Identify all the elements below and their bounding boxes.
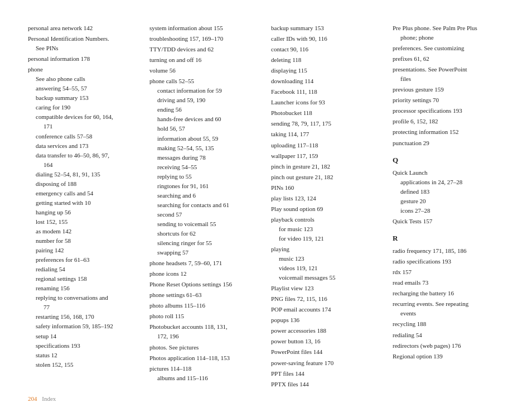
index-entry: popups 136 bbox=[271, 315, 383, 325]
index-entry: radio frequency 171, 185, 186 bbox=[393, 246, 504, 256]
index-entry: photo roll 115 bbox=[149, 312, 261, 321]
index-entry: icons 27–28 bbox=[393, 206, 504, 215]
index-entry: phone settings 61–63 bbox=[149, 290, 261, 300]
index-entry: deleting 118 bbox=[271, 55, 383, 65]
index-entry: power button 13, 16 bbox=[271, 337, 383, 346]
index-entry: events bbox=[393, 309, 504, 318]
column-4: Pre Plus phone. See Palm Pre Plusphone; … bbox=[393, 22, 504, 389]
index-entry: data transfer to 46–50, 86, 97, bbox=[28, 151, 139, 160]
index-entry: presentations. See PowerPoint bbox=[393, 65, 504, 74]
index-entry: PNG files 72, 115, 116 bbox=[271, 294, 383, 304]
index-entry: PPT files 144 bbox=[271, 369, 383, 379]
index-entry: lost 152, 155 bbox=[28, 217, 139, 227]
index-entry: volume 56 bbox=[149, 66, 261, 75]
index-entry: getting started with 10 bbox=[28, 198, 139, 208]
index-entry: ending 56 bbox=[149, 105, 261, 114]
index-entry: redialing 54 bbox=[393, 330, 504, 340]
index-entry: shortcuts for 62 bbox=[149, 229, 261, 238]
page-number: 204 bbox=[28, 395, 37, 402]
index-entry: Photobucket accounts 118, 131, bbox=[149, 322, 261, 332]
index-entry: as modem 142 bbox=[28, 227, 139, 236]
index-entry: PowerPoint files 144 bbox=[271, 347, 383, 357]
index-entry: turning on and off 16 bbox=[149, 55, 261, 65]
index-entry: personal area network 142 bbox=[28, 23, 139, 33]
index-entry: phone; phone bbox=[393, 33, 504, 42]
index-entry: 171 bbox=[28, 122, 139, 131]
index-entry: number for 58 bbox=[28, 236, 139, 246]
index-entry: stolen 152, 155 bbox=[28, 360, 139, 370]
index-entry: swapping 57 bbox=[149, 248, 261, 257]
index-entry: pinch in gesture 21, 182 bbox=[271, 162, 383, 171]
index-entry: Playlist view 123 bbox=[271, 284, 383, 293]
index-entry: recurring events. See repeating bbox=[393, 299, 504, 309]
index-entry: Personal Identification Numbers. bbox=[28, 34, 139, 44]
index-entry: Photos application 114–118, 153 bbox=[149, 353, 261, 363]
index-entry: Pre Plus phone. See Palm Pre Plus bbox=[393, 23, 504, 33]
index-entry: 164 bbox=[28, 160, 139, 170]
index-entry: pairing 142 bbox=[28, 246, 139, 255]
index-entry: redialing 54 bbox=[28, 265, 139, 274]
index-entry: TTY/TDD devices and 62 bbox=[149, 45, 261, 54]
index-entry: Launcher icons for 93 bbox=[271, 98, 383, 107]
index-entry: conference calls 57–58 bbox=[28, 132, 139, 141]
column-2: system information about 155troubleshoot… bbox=[149, 22, 261, 389]
index-entry: caring for 190 bbox=[28, 103, 139, 112]
index-entry: uploading 117–118 bbox=[271, 141, 383, 150]
index-entry: replying to 55 bbox=[149, 172, 261, 181]
column-3: backup summary 153caller IDs with 90, 11… bbox=[271, 22, 383, 389]
index-entry: downloading 114 bbox=[271, 76, 383, 86]
index-entry: phone icons 12 bbox=[149, 269, 261, 279]
index-entry: phone bbox=[28, 65, 139, 74]
index-entry: Photobucket 118 bbox=[271, 108, 383, 118]
index-entry: play lists 123, 124 bbox=[271, 194, 383, 203]
index-entry: backup summary 153 bbox=[28, 93, 139, 103]
index-entry: priority settings 70 bbox=[393, 95, 504, 105]
index-entry: emergency calls and 54 bbox=[28, 189, 139, 198]
index-entry: taking 114, 177 bbox=[271, 130, 383, 139]
index-columns: personal area network 142Personal Identi… bbox=[28, 22, 504, 389]
index-entry: data services and 173 bbox=[28, 141, 139, 151]
index-entry: wallpaper 117, 159 bbox=[271, 151, 383, 161]
index-entry: R bbox=[393, 233, 504, 244]
index-entry: voicemail messages 55 bbox=[271, 273, 383, 282]
index-entry: driving and 59, 190 bbox=[149, 95, 261, 105]
index-entry: phone headsets 7, 59–60, 171 bbox=[149, 258, 261, 268]
index-entry: backup summary 153 bbox=[271, 23, 383, 33]
index-entry: disposing of 188 bbox=[28, 179, 139, 189]
index-entry: PPTX files 144 bbox=[271, 380, 383, 389]
index-entry: power accessories 188 bbox=[271, 326, 383, 336]
index-entry: dialing 52–54, 81, 91, 135 bbox=[28, 170, 139, 179]
index-entry: second 57 bbox=[149, 210, 261, 219]
index-entry: prefixes 61, 62 bbox=[393, 54, 504, 64]
index-entry: playing bbox=[271, 245, 383, 254]
index-entry: information about 55, 59 bbox=[149, 134, 261, 143]
index-entry: Play sound option 69 bbox=[271, 204, 383, 214]
index-entry: radio specifications 193 bbox=[393, 257, 504, 266]
footer: 204 Index bbox=[28, 395, 56, 402]
index-entry: Regional option 139 bbox=[393, 352, 504, 361]
column-1: personal area network 142Personal Identi… bbox=[28, 22, 139, 389]
index-entry: profile 6, 152, 182 bbox=[393, 117, 504, 126]
index-entry: files bbox=[393, 74, 504, 84]
index-entry: sending to voicemail 55 bbox=[149, 219, 261, 229]
index-entry: processor specifications 193 bbox=[393, 106, 504, 116]
index-entry: 77 bbox=[28, 303, 139, 312]
index-entry: specifications 193 bbox=[28, 341, 139, 351]
index-entry: gesture 20 bbox=[393, 197, 504, 206]
index-entry: PINs 160 bbox=[271, 183, 383, 193]
index-entry: See also phone calls bbox=[28, 74, 139, 84]
index-entry: hold 56, 57 bbox=[149, 124, 261, 133]
index-entry: previous gesture 159 bbox=[393, 85, 504, 94]
index-entry: status 12 bbox=[28, 351, 139, 360]
index-entry: punctuation 29 bbox=[393, 138, 504, 148]
index-entry: searching for contacts and 61 bbox=[149, 200, 261, 210]
index-entry: for video 119, 121 bbox=[271, 234, 383, 243]
index-entry: recharging the battery 16 bbox=[393, 289, 504, 298]
index-entry: photo albums 115–116 bbox=[149, 301, 261, 310]
index-entry: music 123 bbox=[271, 254, 383, 264]
index-entry: preferences. See customizing bbox=[393, 44, 504, 53]
index-entry: POP email accounts 174 bbox=[271, 305, 383, 314]
index-entry: applications in 24, 27–28 bbox=[393, 178, 504, 187]
index-entry: preferences for 61–63 bbox=[28, 255, 139, 265]
index-entry: playback controls bbox=[271, 215, 383, 224]
